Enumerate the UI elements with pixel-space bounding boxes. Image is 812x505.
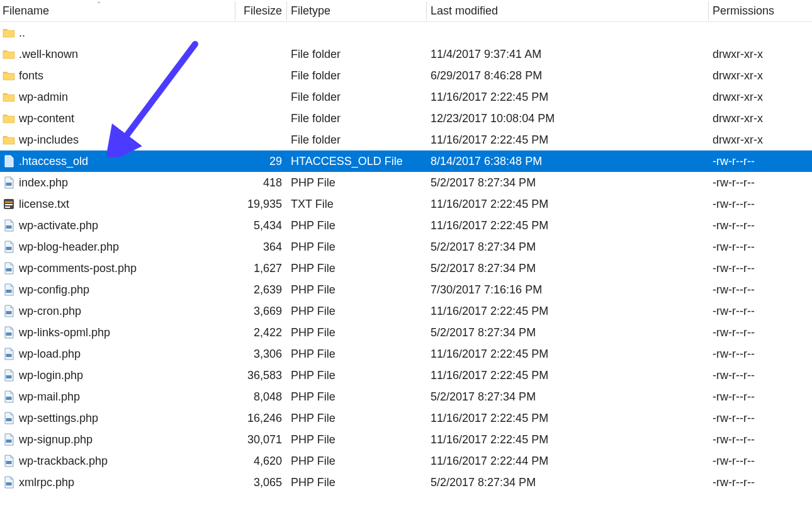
cell-filetype: PHP File [287,388,427,406]
cell-filename[interactable]: xmlrpc.php [0,474,235,492]
cell-last-modified: 11/16/2017 2:22:45 PM [427,345,709,363]
cell-filename[interactable]: wp-content [0,110,235,128]
cell-filesize: 1,627 [235,259,287,278]
cell-filename[interactable]: wp-config.php [0,281,235,299]
cell-permissions: -rw-r--r-- [709,174,812,192]
cell-filename[interactable]: wp-trackback.php [0,452,235,470]
cell-filesize: 2,639 [235,281,287,299]
cell-filename[interactable]: index.php [0,174,235,192]
filename-label: xmlrpc.php [19,476,74,489]
cell-filename[interactable]: .htaccess_old [0,152,235,171]
cell-filesize: 30,071 [235,431,287,449]
cell-filetype: PHP File [287,302,427,321]
file-row[interactable]: .well-knownFile folder11/4/2017 9:37:41 … [0,43,812,65]
file-row[interactable]: wp-mail.php8,048PHP File5/2/2017 8:27:34… [0,386,812,407]
cell-filename[interactable]: wp-links-opml.php [0,324,235,342]
folder-icon [3,48,15,60]
cell-last-modified: 11/16/2017 2:22:45 PM [427,409,709,428]
cell-filename[interactable]: wp-mail.php [0,388,235,406]
svg-rect-11 [6,354,12,357]
file-row[interactable]: wp-links-opml.php2,422PHP File5/2/2017 8… [0,322,812,343]
cell-permissions: -rw-r--r-- [709,217,812,235]
cell-filesize [235,52,287,57]
cell-last-modified: 11/16/2017 2:22:45 PM [427,88,709,106]
cell-filename[interactable]: wp-load.php [0,345,235,363]
cell-filesize: 8,048 [235,388,287,406]
file-row[interactable]: wp-blog-header.php364PHP File5/2/2017 8:… [0,236,812,258]
cell-filename[interactable]: wp-comments-post.php [0,259,235,278]
cell-filesize [235,137,287,142]
column-header-filesize[interactable]: Filesize [235,2,287,20]
cell-filename[interactable]: wp-cron.php [0,302,235,321]
cell-filetype: File folder [287,67,427,85]
file-row[interactable]: wp-cron.php3,669PHP File11/16/2017 2:22:… [0,300,812,322]
filename-label: wp-cron.php [19,305,81,318]
cell-filename[interactable]: wp-admin [0,88,235,106]
cell-filename[interactable]: wp-blog-header.php [0,238,235,256]
column-header-permissions[interactable]: Permissions [709,2,812,20]
cell-filename[interactable]: license.txt [0,195,235,213]
file-row[interactable]: wp-adminFile folder11/16/2017 2:22:45 PM… [0,86,812,108]
php-file-icon [3,412,15,424]
column-header-filename[interactable]: Filename ˄ [0,2,235,20]
file-row[interactable]: index.php418PHP File5/2/2017 8:27:34 PM-… [0,172,812,193]
file-row[interactable]: wp-login.php36,583PHP File11/16/2017 2:2… [0,365,812,386]
file-row[interactable]: xmlrpc.php3,065PHP File5/2/2017 8:27:34 … [0,472,812,493]
php-file-icon [3,348,15,360]
cell-last-modified: 5/2/2017 8:27:34 PM [427,324,709,342]
cell-filename[interactable]: wp-settings.php [0,409,235,428]
filename-label: license.txt [19,198,69,211]
file-row[interactable]: wp-comments-post.php1,627PHP File5/2/201… [0,258,812,279]
file-row[interactable]: wp-signup.php30,071PHP File11/16/2017 2:… [0,429,812,450]
cell-last-modified: 7/30/2017 7:16:16 PM [427,281,709,299]
cell-last-modified: 5/2/2017 8:27:34 PM [427,388,709,406]
filename-label: .htaccess_old [19,155,88,168]
column-header-row: Filename ˄ Filesize Filetype Last modifi… [0,0,812,22]
column-header-last-modified[interactable]: Last modified [427,2,709,20]
file-row[interactable]: .. [0,22,812,43]
file-row[interactable]: wp-load.php3,306PHP File11/16/2017 2:22:… [0,343,812,365]
cell-last-modified: 12/23/2017 10:08:04 PM [427,110,709,128]
file-row[interactable]: wp-trackback.php4,620PHP File11/16/2017 … [0,450,812,472]
cell-filename[interactable]: .. [0,24,235,42]
svg-rect-17 [6,482,12,485]
cell-filename[interactable]: wp-login.php [0,366,235,385]
column-header-filetype[interactable]: Filetype [287,2,427,20]
file-row[interactable]: wp-activate.php5,434PHP File11/16/2017 2… [0,215,812,236]
cell-filetype: PHP File [287,217,427,235]
file-row[interactable]: wp-contentFile folder12/23/2017 10:08:04… [0,108,812,129]
cell-permissions: -rw-r--r-- [709,238,812,256]
file-row[interactable]: fontsFile folder6/29/2017 8:46:28 PMdrwx… [0,65,812,86]
file-row[interactable]: wp-config.php2,639PHP File7/30/2017 7:16… [0,279,812,300]
folder-icon [3,69,15,82]
file-row[interactable]: wp-settings.php16,246PHP File11/16/2017 … [0,407,812,429]
sort-ascending-icon: ˄ [97,2,101,9]
cell-last-modified: 6/29/2017 8:46:28 PM [427,67,709,85]
cell-filename[interactable]: .well-known [0,45,235,64]
cell-filetype: PHP File [287,409,427,428]
cell-filetype: PHP File [287,174,427,192]
filename-label: wp-comments-post.php [19,262,137,275]
file-row[interactable]: license.txt19,935TXT File11/16/2017 2:22… [0,193,812,215]
cell-filename[interactable]: wp-activate.php [0,217,235,235]
cell-permissions: -rw-r--r-- [709,388,812,406]
php-file-icon [3,241,15,253]
cell-filename[interactable]: fonts [0,67,235,85]
cell-last-modified: 11/16/2017 2:22:45 PM [427,366,709,385]
cell-last-modified: 8/14/2017 6:38:48 PM [427,152,709,171]
file-row[interactable]: .htaccess_old29HTACCESS_OLD File8/14/201… [0,150,812,172]
filename-label: .well-known [19,48,78,61]
cell-filetype: PHP File [287,259,427,278]
cell-filename[interactable]: wp-includes [0,131,235,149]
file-row[interactable]: wp-includesFile folder11/16/2017 2:22:45… [0,129,812,150]
cell-filesize: 3,669 [235,302,287,321]
cell-filename[interactable]: wp-signup.php [0,431,235,449]
cell-filetype: PHP File [287,366,427,385]
cell-permissions: -rw-r--r-- [709,302,812,321]
column-header-filename-label: Filename [3,4,49,17]
cell-filesize: 418 [235,174,287,192]
cell-last-modified: 11/4/2017 9:37:41 AM [427,45,709,64]
cell-filetype: File folder [287,131,427,149]
column-header-permissions-label: Permissions [713,4,774,17]
filename-label: wp-content [19,112,74,125]
